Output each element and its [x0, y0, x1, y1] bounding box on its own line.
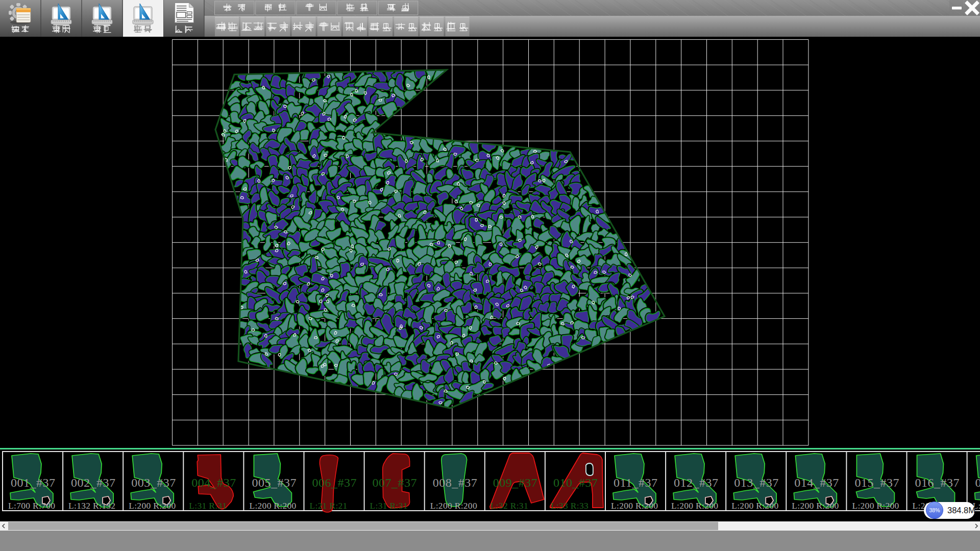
svg-text:L:33 R:33: L:33 R:33 — [551, 500, 589, 511]
svg-text:0: 0 — [975, 476, 980, 489]
svg-text:L:32 R:31: L:32 R:31 — [491, 500, 528, 511]
svg-text:013_#37: 013_#37 — [734, 476, 779, 489]
svg-text:002_#37: 002_#37 — [71, 476, 116, 489]
svg-text:012_#37: 012_#37 — [674, 476, 719, 489]
svg-text:384.8M: 384.8M — [947, 506, 975, 515]
svg-text:011_#37: 011_#37 — [614, 476, 658, 489]
svg-text:L:200 R:200: L:200 R:200 — [731, 500, 778, 511]
svg-text:014_#37: 014_#37 — [794, 476, 839, 489]
svg-text:L:200 R:200: L:200 R:200 — [249, 500, 296, 511]
svg-text:004_#37: 004_#37 — [191, 476, 236, 489]
svg-text:38%: 38% — [929, 507, 940, 513]
svg-text:L:200 R:200: L:200 R:200 — [671, 500, 718, 511]
svg-text:015_#37: 015_#37 — [854, 476, 899, 489]
svg-text:L:132 R:132: L:132 R:132 — [68, 500, 115, 511]
svg-text:008_#37: 008_#37 — [433, 476, 478, 489]
svg-text:016_#37: 016_#37 — [915, 476, 960, 489]
svg-text:L:31 R:31: L:31 R:31 — [189, 500, 227, 511]
svg-text:L:700 R:700: L:700 R:700 — [8, 500, 55, 511]
svg-text:L:200 R:200: L:200 R:200 — [430, 500, 477, 511]
svg-text:001_#37: 001_#37 — [11, 476, 56, 489]
svg-text:L:200 R:200: L:200 R:200 — [792, 500, 839, 511]
svg-text:005_#37: 005_#37 — [252, 476, 297, 489]
svg-text:006_#37: 006_#37 — [312, 476, 357, 489]
svg-text:L:21 R:21: L:21 R:21 — [310, 500, 348, 511]
svg-text:007_#37: 007_#37 — [373, 476, 418, 489]
svg-text:L:200 R:200: L:200 R:200 — [129, 500, 176, 511]
svg-text:009_#37: 009_#37 — [493, 476, 538, 489]
svg-text:L:200 R:200: L:200 R:200 — [611, 500, 658, 511]
svg-text:L:200 R:200: L:200 R:200 — [852, 500, 899, 511]
svg-text:L:31 R:31: L:31 R:31 — [370, 500, 408, 511]
svg-text:003_#37: 003_#37 — [131, 476, 176, 489]
svg-text:010_#37: 010_#37 — [553, 476, 598, 489]
